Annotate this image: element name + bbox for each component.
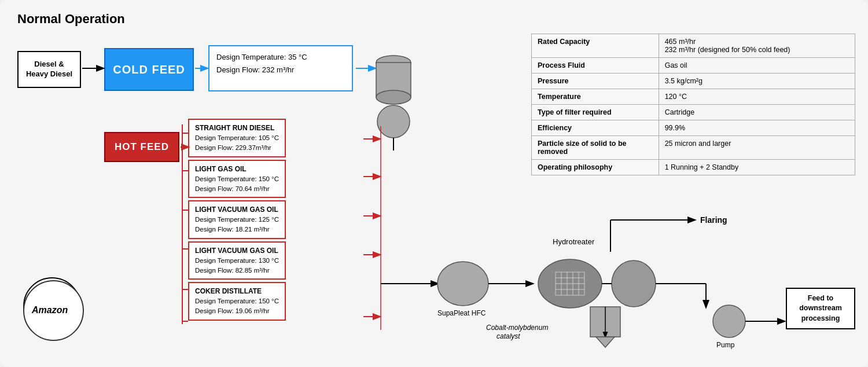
specs-label-6: Particle size of solid to be removed [532,136,659,160]
catalyst-label: Cobalt-molybdenum [486,324,548,332]
stream-temp-4: Design Temperature: 150 °C [195,296,279,306]
specs-value-6: 25 micron and larger [659,136,855,160]
stream-title-2: LIGHT VACUUM GAS OIL [195,204,279,215]
specs-row-6: Particle size of solid to be removed 25 … [532,136,855,160]
svg-point-3 [376,56,411,69]
svg-point-5 [376,90,411,104]
hydrotreater-label: Hydrotreater [553,237,595,246]
specs-label-2: Pressure [532,74,659,89]
streams-container: STRAIGHT RUN DIESEL Design Temperature: … [188,119,286,323]
amazon-logo-container: Amazon [23,280,84,341]
svg-point-34 [612,260,656,307]
diesel-box: Diesel & Heavy Diesel [17,51,81,88]
cold-feed-box: COLD FEED [104,48,194,91]
svg-point-23 [437,262,488,306]
specs-value-7: 1 Running + 2 Standby [659,160,855,175]
specs-label-1: Process Fluid [532,58,659,74]
cold-design-flow: Design Flow: 232 m³/hr [216,64,345,76]
specs-row-5: Efficiency 99.9% [532,120,855,136]
specs-value-1: Gas oil [659,58,855,74]
stream-temp-2: Design Temperature: 125 °C [195,215,279,225]
svg-text:Amazon: Amazon [31,305,68,315]
catalyst-label2: catalyst [496,332,520,340]
pump-label: Pump [716,341,735,349]
specs-value-3: 120 °C [659,89,855,105]
hot-feed-label: HOT FEED [115,141,169,153]
flaring-label: Flaring [700,215,727,225]
hot-feed-box: HOT FEED [104,132,179,162]
svg-rect-26 [556,272,584,295]
cold-design-temp: Design Temperature: 35 °C [216,51,345,64]
stream-flow-1: Design Flow: 70.64 m³/hr [195,184,279,194]
specs-row-1: Process Fluid Gas oil [532,58,855,74]
specs-table: Rated Capacity 465 m³/hr232 m³/hr (desig… [531,34,855,175]
amazon-svg: Amazon [31,300,77,321]
svg-rect-4 [376,63,411,97]
diesel-line2: Heavy Diesel [26,69,72,79]
downstream-label: Feed todownstreamprocessing [799,293,842,324]
stream-temp-1: Design Temperature: 150 °C [195,174,279,184]
svg-rect-38 [590,307,620,337]
diesel-line1: Diesel & [26,60,72,69]
stream-box-3: LIGHT VACUUM GAS OIL Design Temperature:… [188,241,286,280]
specs-label-4: Type of filter required [532,105,659,120]
specs-label-5: Efficiency [532,120,659,136]
stream-title-0: STRAIGHT RUN DIESEL [195,123,279,133]
cold-specs-box: Design Temperature: 35 °C Design Flow: 2… [208,45,353,91]
stream-flow-3: Design Flow: 82.85 m³/hr [195,266,279,276]
specs-row-0: Rated Capacity 465 m³/hr232 m³/hr (desig… [532,34,855,58]
page-title: Normal Operation [17,12,851,27]
specs-row-3: Temperature 120 °C [532,89,855,105]
stream-flow-4: Design Flow: 19.06 m³/hr [195,306,279,316]
specs-label-7: Operating philosophy [532,160,659,175]
svg-point-6 [377,105,410,138]
stream-box-1: LIGHT GAS OIL Design Temperature: 150 °C… [188,160,286,199]
svg-point-43 [713,305,745,337]
stream-box-0: STRAIGHT RUN DIESEL Design Temperature: … [188,119,286,157]
specs-label-0: Rated Capacity [532,34,659,58]
downstream-box: Feed todownstreamprocessing [786,288,855,330]
stream-temp-0: Design Temperature: 105 °C [195,133,279,143]
specs-value-4: Cartridge [659,105,855,120]
stream-title-1: LIGHT GAS OIL [195,164,279,174]
stream-temp-3: Design Temperature: 130 °C [195,256,279,266]
specs-row-2: Pressure 3.5 kg/cm²g [532,74,855,89]
stream-title-4: COKER DISTILLATE [195,286,279,296]
main-container: Normal Operation Diesel & Heavy Diesel C… [0,0,868,367]
stream-flow-2: Design Flow: 18.21 m³/hr [195,225,279,234]
specs-row-7: Operating philosophy 1 Running + 2 Stand… [532,160,855,175]
specs-value-2: 3.5 kg/cm²g [659,74,855,89]
supapleat-label: SupaPleat HFC [437,309,486,317]
stream-box-4: COKER DISTILLATE Design Temperature: 150… [188,282,286,321]
specs-value-0: 465 m³/hr232 m³/hr (designed for 50% col… [659,34,855,58]
cold-feed-label: COLD FEED [113,63,185,76]
svg-marker-40 [596,337,615,347]
stream-box-2: LIGHT VACUUM GAS OIL Design Temperature:… [188,200,286,239]
specs-row-4: Type of filter required Cartridge [532,105,855,120]
stream-flow-0: Design Flow: 229.37m³/hr [195,143,279,153]
stream-title-3: LIGHT VACUUM GAS OIL [195,245,279,256]
specs-label-3: Temperature [532,89,659,105]
svg-point-25 [538,259,602,308]
specs-value-5: 99.9% [659,120,855,136]
